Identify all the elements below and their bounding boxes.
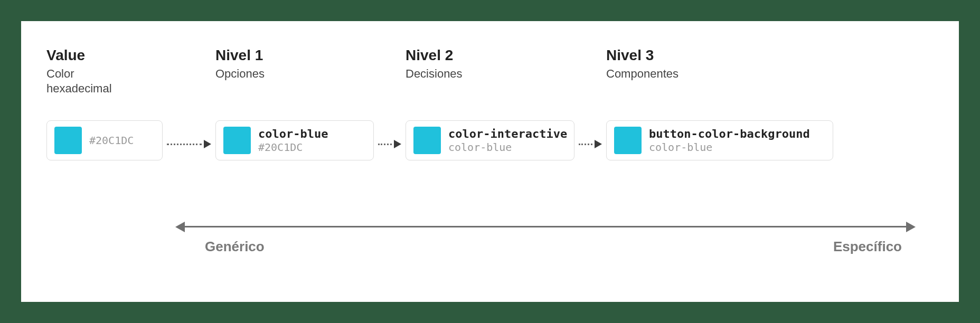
token-value-hex: #20C1DC bbox=[89, 134, 134, 147]
arrow-icon bbox=[378, 140, 401, 148]
token-flow: #20C1DC color-blue #20C1DC col bbox=[46, 120, 934, 168]
arrow-icon bbox=[579, 140, 602, 148]
token-sub-level1: #20C1DC bbox=[258, 141, 328, 154]
header-level2: Nivel 2 Decisiones bbox=[406, 46, 574, 102]
token-sub-level2: color-blue bbox=[448, 141, 567, 154]
token-card-level1: color-blue #20C1DC bbox=[215, 120, 374, 160]
axis-label-specific: Específico bbox=[833, 239, 902, 255]
header-value: Value Color hexadecimal bbox=[46, 46, 163, 118]
token-sub-level3: color-blue bbox=[649, 141, 810, 154]
color-swatch bbox=[223, 127, 251, 154]
specificity-axis: Genérico Específico bbox=[46, 215, 934, 258]
axis-line bbox=[184, 226, 907, 227]
header-title-level1: Nivel 1 bbox=[215, 46, 374, 64]
token-card-level2: color-interactive color-blue bbox=[406, 120, 574, 160]
header-title-level2: Nivel 2 bbox=[406, 46, 574, 64]
column-headers: Value Color hexadecimal Nivel 1 Opciones… bbox=[46, 46, 934, 115]
header-title-level3: Nivel 3 bbox=[606, 46, 833, 64]
token-name-level3: button-color-background bbox=[649, 127, 810, 141]
header-title-value: Value bbox=[46, 46, 163, 64]
arrow-right-icon bbox=[906, 222, 916, 232]
header-subtitle-level1: Opciones bbox=[215, 66, 374, 82]
token-card-value: #20C1DC bbox=[46, 120, 163, 160]
token-card-level3: button-color-background color-blue bbox=[606, 120, 833, 160]
token-name-level1: color-blue bbox=[258, 127, 328, 141]
axis-label-generic: Genérico bbox=[205, 239, 265, 255]
header-level3: Nivel 3 Componentes bbox=[606, 46, 833, 102]
header-level1: Nivel 1 Opciones bbox=[215, 46, 374, 102]
color-swatch bbox=[614, 127, 642, 154]
header-subtitle-level2: Decisiones bbox=[406, 66, 574, 82]
token-name-level2: color-interactive bbox=[448, 127, 567, 141]
color-swatch bbox=[54, 127, 82, 154]
arrow-icon bbox=[167, 140, 211, 148]
header-subtitle-value: Color hexadecimal bbox=[46, 66, 142, 97]
diagram-canvas: Value Color hexadecimal Nivel 1 Opciones… bbox=[21, 21, 959, 302]
header-subtitle-level3: Componentes bbox=[606, 66, 833, 82]
color-swatch bbox=[413, 127, 441, 154]
